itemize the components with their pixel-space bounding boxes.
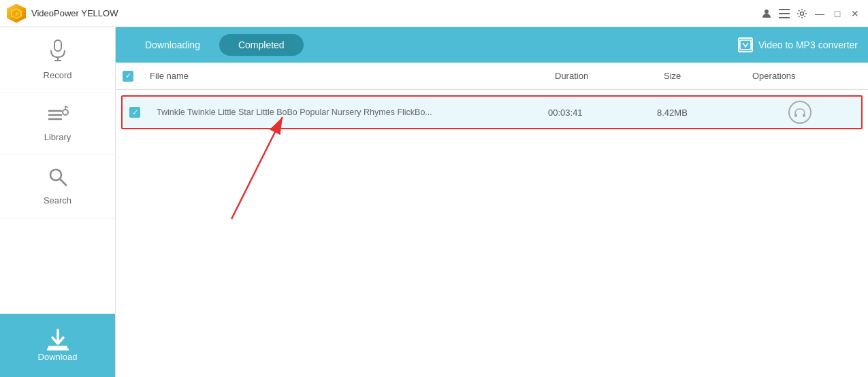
converter-label: Video to MP3 converter: [758, 39, 858, 50]
mic-icon: [48, 39, 67, 66]
svg-rect-4: [779, 9, 790, 10]
tab-completed[interactable]: Completed: [219, 34, 304, 56]
converter-button[interactable]: Video to MP3 converter: [738, 37, 858, 52]
sidebar-item-library[interactable]: Library: [0, 93, 115, 155]
svg-rect-6: [779, 17, 790, 18]
table-row[interactable]: Twinkle Twinkle Little Star Little BoBo …: [121, 95, 863, 129]
sidebar-item-download[interactable]: Download: [0, 314, 115, 377]
library-icon: [47, 105, 69, 128]
th-size: Size: [664, 71, 752, 81]
svg-line-26: [231, 117, 283, 219]
svg-rect-22: [740, 40, 751, 50]
svg-point-7: [801, 12, 804, 15]
svg-rect-20: [48, 346, 67, 348]
table-header: File name Duration Size Operations: [116, 63, 868, 90]
sidebar-item-search[interactable]: Search: [0, 155, 115, 218]
tab-downloading[interactable]: Downloading: [126, 34, 219, 56]
content-area: Downloading Completed Video to MP3 conve…: [116, 27, 868, 377]
search-label: Search: [44, 195, 71, 206]
svg-rect-23: [794, 114, 797, 117]
table-area: File name Duration Size Operations Twink…: [116, 63, 868, 377]
th-filename: File name: [150, 71, 555, 81]
th-operations: Operations: [752, 71, 861, 81]
row-checkbox-cell[interactable]: [129, 107, 157, 118]
svg-rect-8: [54, 40, 61, 51]
svg-point-14: [63, 110, 68, 115]
record-label: Record: [44, 70, 72, 80]
download-icon: [46, 329, 70, 352]
sidebar-spacer: [0, 218, 115, 314]
app-logo: ⚡: [7, 4, 26, 23]
svg-point-3: [765, 10, 769, 14]
sidebar-item-record[interactable]: Record: [0, 27, 115, 93]
titlebar: ⚡ VideoPower YELLOW — □ ✕: [0, 0, 868, 27]
search-icon: [48, 167, 67, 191]
play-headphone-button[interactable]: [788, 101, 811, 124]
maximize-button[interactable]: □: [831, 7, 843, 20]
row-duration: 00:03:41: [548, 108, 657, 118]
main-layout: Record Library: [0, 27, 868, 377]
minimize-button[interactable]: —: [814, 7, 826, 20]
select-all-checkbox[interactable]: [123, 71, 133, 82]
library-label: Library: [44, 132, 71, 142]
row-operations: [745, 101, 854, 124]
window-controls: — □ ✕: [760, 7, 861, 20]
converter-icon: [738, 37, 753, 52]
svg-text:⚡: ⚡: [14, 10, 20, 17]
download-label: Download: [38, 352, 78, 362]
close-button[interactable]: ✕: [849, 7, 861, 20]
settings-icon[interactable]: [796, 7, 808, 20]
app-title: VideoPower YELLOW: [31, 8, 760, 18]
th-duration: Duration: [555, 71, 664, 81]
list-icon[interactable]: [778, 7, 790, 20]
tabbar: Downloading Completed Video to MP3 conve…: [116, 27, 868, 63]
row-filename: Twinkle Twinkle Little Star Little BoBo …: [157, 108, 548, 117]
svg-rect-21: [47, 348, 69, 350]
user-icon[interactable]: [760, 7, 773, 20]
svg-rect-24: [803, 114, 805, 117]
row-size: 8.42MB: [657, 108, 745, 118]
svg-line-18: [60, 179, 66, 185]
sidebar: Record Library: [0, 27, 116, 377]
row-checkbox[interactable]: [129, 107, 140, 118]
svg-rect-5: [779, 13, 790, 14]
